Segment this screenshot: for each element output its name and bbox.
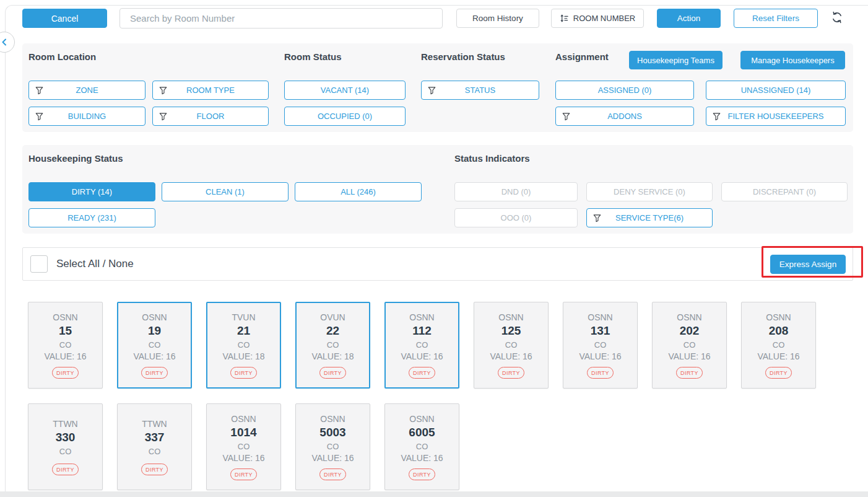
filter-button-label: DISCREPANT (0) [753,187,816,196]
room-card-6005[interactable]: OSNN6005COVALUE: 16DIRTY [384,403,459,490]
room-card-112[interactable]: OSNN112COVALUE: 16DIRTY [384,302,459,389]
filter-button-filter-housekeepers[interactable]: FILTER HOUSEKEEPERS [706,107,846,126]
room-number: 6005 [409,426,435,439]
housekeeping-teams-button[interactable]: Housekeeping Teams [629,51,723,69]
refresh-icon [831,11,843,24]
room-card-5003[interactable]: OSNN5003COVALUE: 16DIRTY [295,403,370,490]
express-assign-button[interactable]: Express Assign [770,255,846,274]
filter-button-vacant-14[interactable]: VACANT (14) [284,81,406,100]
filter-button-unassigned-14[interactable]: UNASSIGNED (14) [706,81,846,100]
bottom-scroll-track[interactable] [0,491,868,497]
select-all-label: Select All / None [56,258,134,270]
room-card-125[interactable]: OSNN125COVALUE: 16DIRTY [474,302,549,389]
funnel-icon [159,86,167,94]
room-location-title: Room Location [28,51,96,62]
room-number: 15 [59,324,72,338]
room-value: VALUE: 16 [490,351,532,361]
status-badge: DIRTY [319,468,346,480]
room-value: VALUE: 18 [222,351,264,361]
room-type: OSNN [53,312,77,322]
room-card-15[interactable]: OSNN15COVALUE: 16DIRTY [28,302,103,389]
filter-button-dirty-14[interactable]: DIRTY (14) [28,182,155,201]
filter-button-room-type[interactable]: ROOM TYPE [152,81,269,100]
reservation-status: CO [149,447,161,456]
filter-button-all-246[interactable]: ALL (246) [295,182,422,201]
status-badge: DIRTY [141,464,168,475]
select-all-checkbox[interactable] [30,255,48,273]
room-value: VALUE: 16 [222,453,264,463]
funnel-icon [35,112,43,120]
filter-button-label: DENY SERVICE (0) [614,187,685,196]
manage-housekeepers-button[interactable]: Manage Housekeepers [740,51,845,69]
room-card-330[interactable]: TTWN330CODIRTY [28,403,103,490]
reservation-status: CO [327,442,339,451]
room-card-337[interactable]: TTWN337CODIRTY [117,403,192,490]
room-card-19[interactable]: OSNN19COVALUE: 16DIRTY [117,302,192,389]
room-type: OSNN [677,312,701,322]
filter-button-floor[interactable]: FLOOR [152,107,269,126]
collapse-panel-button[interactable] [0,32,15,53]
filter-button-zone[interactable]: ZONE [28,81,145,100]
filter-button-label: ALL (246) [341,187,376,196]
room-value: VALUE: 16 [401,453,443,463]
reservation-status: CO [149,340,161,350]
room-value: VALUE: 16 [757,351,799,361]
room-value: VALUE: 16 [44,351,86,361]
reset-filters-button[interactable]: Reset Filters [734,9,818,28]
room-number: 202 [680,324,700,338]
search-input[interactable] [119,8,443,29]
filter-button-occupied-0[interactable]: OCCUPIED (0) [284,107,406,126]
room-card-131[interactable]: OSNN131COVALUE: 16DIRTY [563,302,638,389]
filter-button-label: ADDONS [607,112,642,121]
status-indicators-title: Status Indicators [454,153,530,164]
filter-button-assigned-0[interactable]: ASSIGNED (0) [555,81,694,100]
status-badge: DIRTY [141,367,168,379]
room-value: VALUE: 16 [311,453,354,463]
room-type: OSNN [766,312,791,322]
filter-button-label: UNASSIGNED (14) [741,86,811,95]
room-value: VALUE: 16 [401,351,443,361]
status-badge: DIRTY [230,468,257,480]
reservation-status: CO [684,340,696,350]
filter-button-ready-231[interactable]: READY (231) [28,208,155,227]
chevron-left-icon [0,37,9,47]
action-button[interactable]: Action [657,9,721,28]
refresh-button[interactable] [830,11,844,24]
room-number: 22 [326,324,339,338]
status-badge: DIRTY [765,367,792,379]
filter-button-label: DND (0) [501,187,531,196]
filter-button-status[interactable]: STATUS [421,81,539,100]
filter-button-discrepant-0[interactable]: DISCREPANT (0) [721,182,848,201]
room-type: TTWN [53,419,77,429]
room-value: VALUE: 16 [133,351,175,361]
room-value: VALUE: 16 [668,351,710,361]
filter-button-label: OOO (0) [501,213,532,222]
status-badge: DIRTY [230,367,257,379]
filter-panel: Room Location Room Status Reservation St… [22,43,853,132]
room-card-1014[interactable]: OSNN1014COVALUE: 16DIRTY [206,403,281,490]
reservation-status: CO [238,442,250,451]
filter-button-building[interactable]: BUILDING [28,107,145,126]
cancel-button[interactable]: Cancel [22,9,107,28]
filter-button-service-type-6[interactable]: SERVICE TYPE(6) [586,208,713,227]
status-badge: DIRTY [52,367,79,379]
room-card-21[interactable]: TVUN21COVALUE: 18DIRTY [206,302,281,389]
room-card-208[interactable]: OSNN208COVALUE: 16DIRTY [741,302,816,389]
status-badge: DIRTY [498,367,524,379]
room-type: OSNN [409,414,434,424]
sort-button-label: ROOM NUMBER [573,14,635,23]
filter-button-deny-service-0[interactable]: DENY SERVICE (0) [586,182,713,201]
room-card-202[interactable]: OSNN202COVALUE: 16DIRTY [652,302,727,389]
filter-button-label: FLOOR [197,112,225,121]
status-badge: DIRTY [52,464,79,475]
room-card-22[interactable]: OVUN22COVALUE: 18DIRTY [295,302,370,389]
filter-button-ooo-0[interactable]: OOO (0) [454,208,578,227]
room-type: OSNN [409,312,434,322]
sort-room-number-button[interactable]: ROOM NUMBER [551,9,644,28]
filter-button-clean-1[interactable]: CLEAN (1) [162,182,289,201]
room-history-button[interactable]: Room History [456,9,539,28]
filter-button-addons[interactable]: ADDONS [555,107,694,126]
filter-button-dnd-0[interactable]: DND (0) [454,182,578,201]
reservation-status: CO [416,340,428,350]
room-status-filters: VACANT (14)OCCUPIED (0) [284,81,414,133]
